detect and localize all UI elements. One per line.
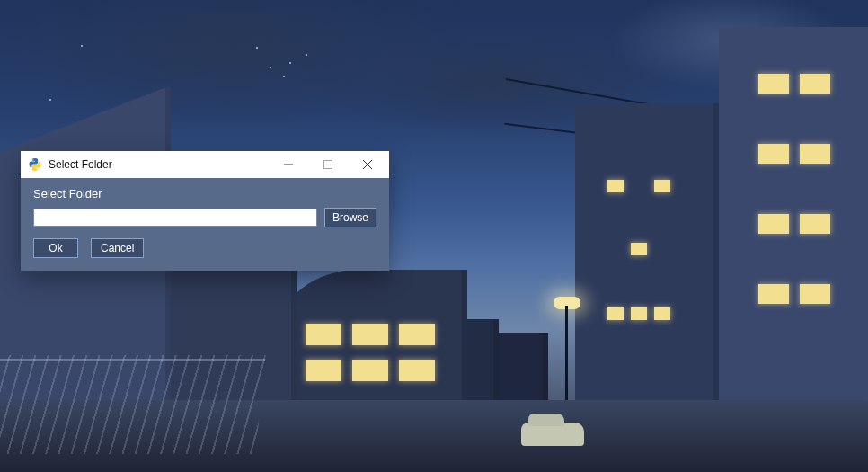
wallpaper-star	[270, 67, 271, 68]
select-folder-label: Select Folder	[33, 187, 376, 200]
wallpaper-star	[306, 54, 307, 56]
wallpaper-window-light	[306, 360, 341, 381]
wallpaper-fence	[0, 355, 266, 454]
folder-path-input[interactable]	[33, 209, 317, 227]
wallpaper-window-light	[800, 144, 830, 164]
minimize-button[interactable]	[269, 151, 308, 178]
maximize-button[interactable]	[308, 151, 348, 178]
ok-button[interactable]: Ok	[33, 238, 78, 258]
wallpaper-window-light	[758, 74, 789, 94]
python-icon	[28, 157, 42, 172]
wallpaper-window-light	[800, 214, 830, 234]
wallpaper-window-light	[607, 180, 624, 192]
wallpaper-star	[256, 47, 258, 49]
wallpaper-window-light	[654, 307, 670, 320]
wallpaper-window-light	[399, 324, 435, 345]
wallpaper-window-light	[352, 324, 388, 345]
desktop: Select Folder Select Folder Browse Ok Ca…	[0, 0, 868, 472]
wallpaper-window-light	[758, 144, 789, 164]
close-button[interactable]	[348, 151, 387, 178]
window-title: Select Folder	[49, 158, 269, 171]
wallpaper-window-light	[631, 243, 647, 255]
wallpaper-window-light	[758, 214, 789, 234]
wallpaper-star	[49, 99, 51, 101]
wallpaper-star	[81, 45, 83, 47]
wallpaper-window-light	[352, 360, 388, 381]
wallpaper-window-light	[758, 284, 789, 304]
wallpaper-car	[521, 423, 584, 446]
wallpaper-star	[283, 76, 285, 77]
wallpaper-window-light	[654, 180, 670, 192]
wallpaper-window-light	[607, 307, 624, 320]
wallpaper-star	[289, 62, 291, 64]
wallpaper-window-light	[800, 74, 830, 94]
titlebar[interactable]: Select Folder	[21, 151, 389, 178]
svg-rect-0	[324, 161, 332, 169]
wallpaper-window-light	[306, 324, 341, 345]
wallpaper-window-light	[800, 284, 830, 304]
dialog-client-area: Select Folder Browse Ok Cancel	[21, 178, 389, 271]
wallpaper-window-light	[631, 307, 647, 320]
select-folder-dialog: Select Folder Select Folder Browse Ok Ca…	[21, 151, 389, 271]
browse-button[interactable]: Browse	[324, 208, 376, 227]
cancel-button[interactable]: Cancel	[91, 238, 144, 258]
wallpaper-window-light	[399, 360, 435, 381]
